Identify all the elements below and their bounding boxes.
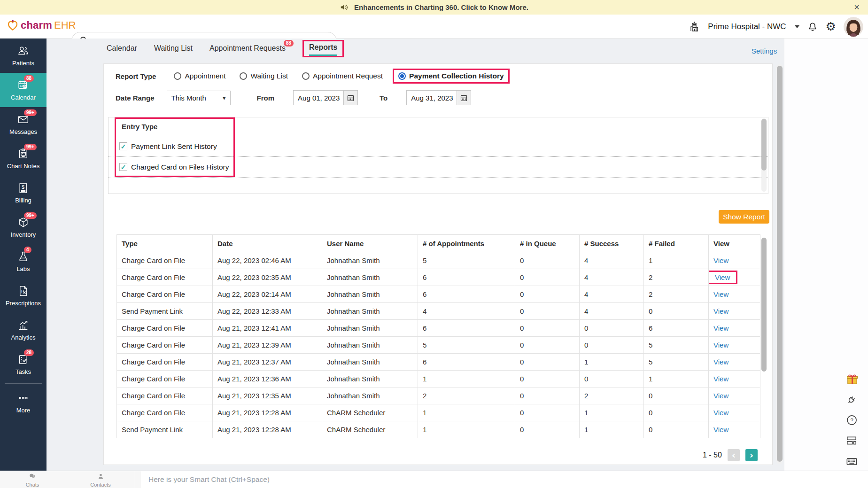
- radio-appointment[interactable]: Appointment: [174, 72, 225, 80]
- table-row: Send Payment LinkAug 21, 2023 12:28 AMCh…: [117, 421, 760, 438]
- radio-payment-collection-history[interactable]: Payment Collection History: [393, 69, 510, 84]
- cell-success: 0: [580, 371, 644, 387]
- calendar-icon: 1288: [17, 79, 30, 92]
- cell-user: Johnathan Smith: [322, 303, 418, 320]
- sidebar-item-labs[interactable]: 4Labs: [0, 244, 46, 279]
- table-scrollbar-thumb[interactable]: [761, 238, 767, 372]
- integrations-plug-icon[interactable]: [845, 393, 859, 407]
- cell-type: Charge Card on File: [117, 286, 213, 303]
- pagination-next-button[interactable]: ›: [745, 449, 758, 461]
- sidebar-item-calendar[interactable]: 1288Calendar: [0, 73, 46, 107]
- from-calendar-icon[interactable]: [343, 90, 358, 105]
- view-link[interactable]: View: [713, 409, 728, 417]
- view-link[interactable]: View: [713, 307, 728, 315]
- view-link[interactable]: View: [713, 426, 728, 434]
- main-scrollbar-thumb[interactable]: [777, 66, 783, 462]
- org-name[interactable]: Prime Hospital - NWC: [708, 22, 786, 31]
- tab-appointment-requests[interactable]: Appointment Requests88: [209, 44, 286, 57]
- tab-waiting-list[interactable]: Waiting List: [154, 44, 193, 57]
- contacts-button[interactable]: Contacts: [86, 472, 115, 488]
- sidebar-item-inventory[interactable]: 99+Inventory: [0, 210, 46, 244]
- view-link[interactable]: View: [713, 358, 728, 366]
- smart-chat-input[interactable]: Here is your Smart Chat (Ctrl+Space): [141, 471, 868, 488]
- radio-circle-icon[interactable]: [302, 72, 310, 80]
- to-calendar-icon[interactable]: [457, 90, 471, 105]
- radio-waiting-list[interactable]: Waiting List: [240, 72, 288, 80]
- sidebar-item-analytics[interactable]: Analytics: [0, 313, 46, 347]
- cell-view: View: [709, 404, 760, 421]
- radio-appointment-request[interactable]: Appointment Request: [302, 72, 383, 80]
- sidebar-item-tasks[interactable]: 28Tasks: [0, 347, 46, 381]
- view-link[interactable]: View: [713, 375, 728, 383]
- sidebar-item-chart-notes[interactable]: 99+Chart Notes: [0, 141, 46, 176]
- announcement-banner[interactable]: Enhancements in Charting 360. Click to K…: [0, 0, 868, 15]
- chevron-down-icon: ▾: [223, 94, 226, 101]
- view-link[interactable]: View: [713, 290, 728, 298]
- cell-view: View: [709, 303, 760, 320]
- sidebar-item-billing[interactable]: $Billing: [0, 176, 46, 210]
- radio-circle-icon[interactable]: [240, 72, 247, 80]
- sidebar-item-more[interactable]: More: [0, 386, 46, 420]
- checkbox-icon[interactable]: ✓: [119, 142, 127, 150]
- help-icon[interactable]: ?: [845, 414, 859, 427]
- show-report-button[interactable]: Show Report: [719, 210, 769, 224]
- inventory-icon: 99+: [17, 216, 30, 229]
- banner-close-icon[interactable]: ×: [854, 1, 860, 13]
- cell-date: Aug 21, 2023 12:39 AM: [213, 337, 322, 354]
- cell-date: Aug 21, 2023 12:36 AM: [213, 371, 322, 387]
- table-row: Charge Card on FileAug 21, 2023 12:36 AM…: [117, 371, 760, 387]
- table-row: Charge Card on FileAug 21, 2023 12:37 AM…: [117, 354, 760, 371]
- entry-scrollbar-thumb[interactable]: [761, 119, 767, 170]
- notifications-bell-icon[interactable]: [807, 21, 818, 32]
- sidebar-item-label: Prescriptions: [6, 300, 41, 307]
- badge: 88: [24, 75, 34, 82]
- avatar[interactable]: [844, 17, 863, 37]
- settings-link[interactable]: Settings: [752, 47, 777, 55]
- gear-icon[interactable]: ⚙: [826, 21, 836, 32]
- radio-circle-icon[interactable]: [174, 72, 181, 80]
- chevron-down-icon[interactable]: [795, 25, 799, 28]
- cell-view: View: [709, 387, 760, 404]
- view-link[interactable]: View: [715, 273, 730, 281]
- cell-type: Charge Card on File: [117, 320, 213, 337]
- view-link[interactable]: View: [713, 341, 728, 349]
- view-link[interactable]: View: [713, 324, 728, 332]
- pagination-range: 1 - 50: [703, 451, 722, 459]
- cell-date: Aug 22, 2023 02:35 AM: [213, 269, 322, 286]
- banner-message[interactable]: Enhancements in Charting 360. Click to K…: [354, 3, 528, 11]
- cell-view: View: [709, 286, 760, 303]
- date-range-select[interactable]: This Month ▾: [167, 91, 231, 105]
- cell-in_queue: 0: [515, 371, 580, 387]
- checkbox-icon[interactable]: ✓: [119, 163, 127, 171]
- logo-text-ehr: EHR: [54, 19, 76, 31]
- to-date-input[interactable]: Aug 31, 2023: [406, 90, 457, 105]
- entry-option-charged-card-on-files-history[interactable]: ✓Charged Card on Files History: [108, 157, 768, 178]
- sidebar-item-messages[interactable]: 99+Messages: [0, 107, 46, 141]
- view-link[interactable]: View: [713, 256, 728, 264]
- sidebar-item-patients[interactable]: Patients: [0, 39, 46, 73]
- layout-icon[interactable]: [845, 434, 859, 448]
- sidebar-item-label: Calendar: [11, 94, 36, 101]
- table-row: Charge Card on FileAug 21, 2023 12:39 AM…: [117, 337, 760, 354]
- from-date-input[interactable]: Aug 01, 2023: [293, 90, 343, 105]
- charmehr-logo[interactable]: charm EHR: [7, 19, 76, 31]
- cell-view: View: [709, 252, 760, 269]
- chats-button[interactable]: Chats: [18, 472, 46, 488]
- entry-type-panel: Entry Type ✓Payment Link Sent History✓Ch…: [108, 117, 768, 194]
- cell-date: Aug 21, 2023 12:35 AM: [213, 387, 322, 404]
- keyboard-icon[interactable]: [845, 455, 859, 469]
- tab-reports[interactable]: Reports: [302, 40, 344, 57]
- entry-option-payment-link-sent-history[interactable]: ✓Payment Link Sent History: [108, 136, 768, 157]
- reports-panel: Report Type AppointmentWaiting ListAppoi…: [103, 63, 773, 465]
- cell-appointments: 1: [418, 371, 515, 387]
- gift-icon[interactable]: [845, 372, 859, 386]
- view-link[interactable]: View: [713, 392, 728, 400]
- sidebar-item-label: Chart Notes: [7, 163, 39, 170]
- tab-calendar[interactable]: Calendar: [107, 44, 137, 57]
- sidebar-item-prescriptions[interactable]: RPrescriptions: [0, 279, 46, 313]
- pagination-prev-button[interactable]: ‹: [728, 449, 740, 461]
- cell-failed: 0: [644, 387, 709, 404]
- radio-circle-icon[interactable]: [398, 72, 406, 80]
- cell-user: Johnathan Smith: [322, 354, 418, 371]
- cell-appointments: 5: [418, 252, 515, 269]
